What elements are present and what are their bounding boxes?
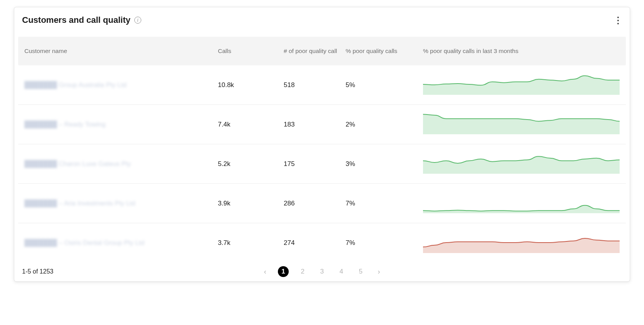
col-poor-pct: % poor quality calls	[346, 48, 423, 55]
poor-count-cell: 175	[284, 160, 346, 168]
customer-name-cell: ███████ Charon Luxe Gateus Pty	[24, 160, 218, 168]
customer-name-cell: ███████ – Ready Towing	[24, 121, 218, 128]
poor-pct-cell: 2%	[346, 121, 423, 128]
page-4[interactable]: 4	[336, 266, 347, 277]
poor-count-cell: 286	[284, 200, 346, 207]
calls-cell: 5.2k	[218, 160, 284, 168]
trend-cell	[423, 113, 620, 136]
page-prev[interactable]: ‹	[261, 268, 269, 276]
customer-name-cell: ███████ – Osiris Dental Group Pty Ltd	[24, 239, 218, 247]
calls-cell: 7.4k	[218, 121, 284, 128]
poor-pct-cell: 7%	[346, 239, 423, 247]
col-trend: % poor quality calls in last 3 months	[423, 48, 620, 55]
customer-name-cell: ███████ Group Australia Pty Ltd	[24, 81, 218, 89]
info-icon[interactable]: i	[134, 17, 141, 24]
pagination: ‹ 12345 ›	[261, 266, 383, 277]
customers-call-quality-card: Customers and call quality i Customer na…	[14, 7, 630, 282]
customer-name-cell: ███████ – Aria Investments Pty Ltd	[24, 200, 218, 207]
page-3[interactable]: 3	[317, 266, 327, 277]
trend-cell	[423, 192, 620, 215]
col-customer-name: Customer name	[24, 48, 218, 55]
page-5[interactable]: 5	[355, 266, 366, 277]
calls-cell: 10.8k	[218, 81, 284, 89]
poor-count-cell: 274	[284, 239, 346, 247]
card-title: Customers and call quality	[22, 15, 130, 25]
col-poor-count: # of poor quality call	[284, 48, 346, 55]
trend-cell	[423, 231, 620, 255]
page-1[interactable]: 1	[278, 266, 289, 277]
table-footer: 1-5 of 1253 ‹ 12345 ›	[14, 263, 630, 280]
table-row[interactable]: ███████ Group Australia Pty Ltd 10.8k 51…	[18, 65, 626, 105]
trend-cell	[423, 152, 620, 176]
sparkline	[423, 152, 620, 174]
poor-pct-cell: 3%	[346, 160, 423, 168]
pagination-range: 1-5 of 1253	[22, 268, 53, 275]
page-next[interactable]: ›	[375, 268, 383, 276]
poor-count-cell: 518	[284, 81, 346, 89]
table-row[interactable]: ███████ – Ready Towing 7.4k 183 2%	[18, 105, 626, 144]
poor-pct-cell: 7%	[346, 200, 423, 207]
table-header-row: Customer name Calls # of poor quality ca…	[18, 37, 626, 65]
table-row[interactable]: ███████ – Osiris Dental Group Pty Ltd 3.…	[18, 223, 626, 263]
poor-count-cell: 183	[284, 121, 346, 128]
col-calls: Calls	[218, 48, 284, 55]
sparkline	[423, 192, 620, 213]
poor-pct-cell: 5%	[346, 81, 423, 89]
card-header: Customers and call quality i	[14, 7, 630, 29]
customers-table: Customer name Calls # of poor quality ca…	[18, 37, 626, 263]
calls-cell: 3.7k	[218, 239, 284, 247]
sparkline	[423, 231, 620, 253]
sparkline	[423, 113, 620, 134]
table-row[interactable]: ███████ – Aria Investments Pty Ltd 3.9k …	[18, 184, 626, 223]
trend-cell	[423, 73, 620, 97]
table-body: ███████ Group Australia Pty Ltd 10.8k 51…	[18, 65, 626, 263]
sparkline	[423, 73, 620, 95]
page-2[interactable]: 2	[297, 266, 308, 277]
table-row[interactable]: ███████ Charon Luxe Gateus Pty 5.2k 175 …	[18, 144, 626, 184]
calls-cell: 3.9k	[218, 200, 284, 207]
card-menu-button[interactable]	[614, 15, 622, 26]
